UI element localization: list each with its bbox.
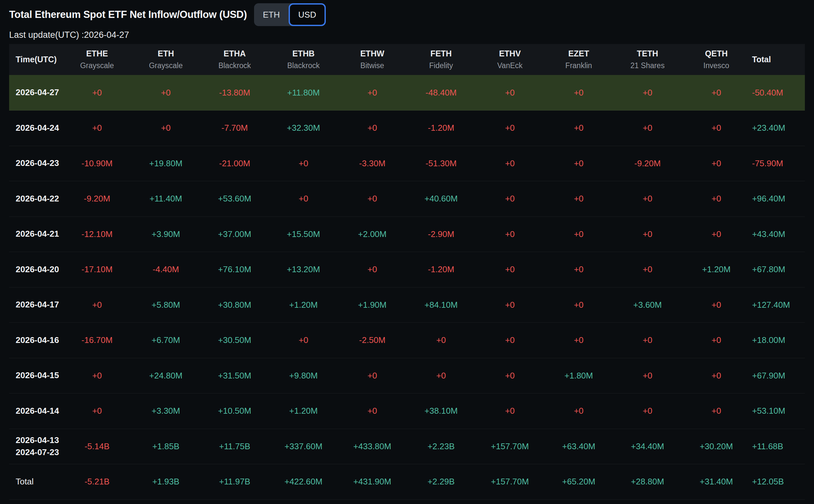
row-date: 2026-04-17 [9,287,63,323]
flow-value: +11.75B [200,429,269,464]
flow-value: +24.80M [131,358,200,393]
topbar: Total Ethereum Spot ETF Net Inflow/Outfl… [0,0,814,27]
flow-value: +38.10M [407,393,476,429]
flow-value: +0 [682,146,751,181]
table-row: 2026-04-20-17.10M-4.40M+76.10M+13.20M+0-… [9,252,805,288]
etf-issuer: Blackrock [200,61,269,70]
flow-value: -2.90M [407,216,476,252]
table-row: 2026-04-132024-07-23-5.14B+1.85B+11.75B+… [9,429,805,464]
table-body: 2026-04-27+0+0-13.80M+11.80M+0-48.40M+0+… [9,75,805,499]
table-row: 2026-04-15+0+24.80M+31.50M+9.80M+0+0+0+1… [9,358,805,393]
flow-value: +6.70M [131,323,200,358]
etf-ticker: EZET [544,49,613,58]
flow-value: +63.40M [544,429,613,464]
flow-value: +5.80M [131,287,200,323]
flow-value: +40.60M [407,181,476,217]
flow-value: +0 [613,75,682,111]
flow-value: +433.80M [338,429,407,464]
row-date: 2026-04-23 [9,146,63,181]
etf-flows-table: Time(UTC)ETHEGrayscaleETHGrayscaleETHABl… [9,44,805,500]
flow-value: +0 [338,111,407,146]
etf-issuer: VanEck [476,61,544,70]
table-row: 2026-04-14+0+3.30M+10.50M+1.20M+0+38.10M… [9,393,805,429]
col-header-total: Total [751,44,805,75]
etf-ticker: ETH [131,49,200,58]
flow-value: +31.40M [682,464,751,500]
flow-value: +11.97B [200,464,269,500]
flow-value: +0 [544,323,613,358]
etf-ticker: QETH [682,49,751,58]
flow-value: -12.10M [63,216,131,252]
flow-value: +0 [269,323,338,358]
flow-value: +0 [63,111,131,146]
flow-value: +0 [544,216,613,252]
flow-value: +0 [613,358,682,393]
flow-value: +30.20M [682,429,751,464]
row-total: +18.00M [751,323,805,358]
flow-value: +0 [682,393,751,429]
flow-value: +30.50M [200,323,269,358]
flow-value: +1.20M [682,252,751,288]
flow-value: +11.80M [269,75,338,111]
col-header-feth: FETHFidelity [407,44,476,75]
flow-value: +422.60M [269,464,338,500]
flow-value: -13.80M [200,75,269,111]
toggle-usd-button[interactable]: USD [288,3,326,26]
row-date: 2026-04-16 [9,323,63,358]
etf-ticker: ETHE [63,49,131,58]
table-row: 2026-04-24+0+0-7.70M+32.30M+0-1.20M+0+0+… [9,111,805,146]
flow-value: +0 [613,181,682,217]
col-header-ethv: ETHVVanEck [476,44,544,75]
flow-value: +0 [476,358,544,393]
flow-value: +0 [476,287,544,323]
flow-value: +0 [407,323,476,358]
row-total: +12.05B [751,464,805,500]
flow-value: +11.40M [131,181,200,217]
flow-value: +84.10M [407,287,476,323]
page-title: Total Ethereum Spot ETF Net Inflow/Outfl… [9,9,247,21]
etf-issuer: Blackrock [269,61,338,70]
flow-value: +2.00M [338,216,407,252]
row-total: +67.80M [751,252,805,288]
row-date: 2026-04-132024-07-23 [9,429,63,464]
etf-ticker: FETH [407,49,476,58]
flow-value: +1.80M [544,358,613,393]
flow-value: +10.50M [200,393,269,429]
table-row: 2026-04-16-16.70M+6.70M+30.50M+0-2.50M+0… [9,323,805,358]
row-date: 2026-04-15 [9,358,63,393]
flow-value: +34.40M [613,429,682,464]
currency-toggle: ETH USD [254,3,326,26]
row-total: +11.68B [751,429,805,464]
flow-value: +3.90M [131,216,200,252]
flow-value: -5.14B [63,429,131,464]
flow-value: +0 [613,111,682,146]
flow-value: +0 [476,216,544,252]
row-total: +67.90M [751,358,805,393]
etf-ticker: ETHV [476,49,544,58]
table-row: 2026-04-22-9.20M+11.40M+53.60M+0+0+40.60… [9,181,805,217]
flow-value: +0 [338,358,407,393]
flow-value: +28.80M [613,464,682,500]
flow-value: +0 [338,75,407,111]
flow-value: +65.20M [544,464,613,500]
col-header-etha: ETHABlackrock [200,44,269,75]
flow-value: +1.90M [338,287,407,323]
flow-value: +0 [544,111,613,146]
flow-value: +0 [63,393,131,429]
etf-issuer: 21 Shares [613,61,682,70]
col-header-eth: ETHGrayscale [131,44,200,75]
flow-value: +31.50M [200,358,269,393]
flow-value: +0 [682,358,751,393]
row-total: +23.40M [751,111,805,146]
etf-issuer: Fidelity [407,61,476,70]
flow-value: +37.00M [200,216,269,252]
flow-value: +0 [613,252,682,288]
flow-value: +0 [476,111,544,146]
flow-value: -9.20M [613,146,682,181]
col-header-qeth: QETHInvesco [682,44,751,75]
etf-issuer: Invesco [682,61,751,70]
flow-value: -17.10M [63,252,131,288]
flow-value: +0 [131,75,200,111]
flow-value: -10.90M [63,146,131,181]
toggle-eth-button[interactable]: ETH [254,3,288,26]
